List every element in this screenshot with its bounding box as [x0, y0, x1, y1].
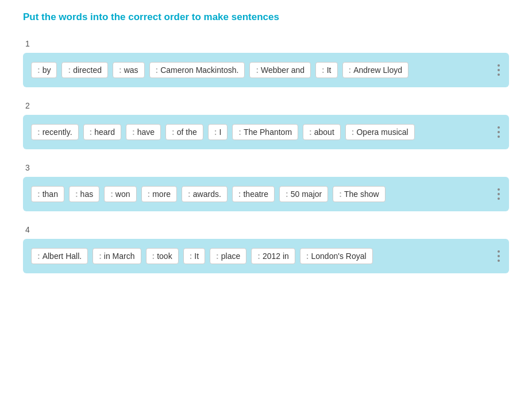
- word-chip-q2-7[interactable]: Opera musical: [345, 124, 415, 140]
- word-chip-q3-1[interactable]: has: [69, 186, 99, 202]
- word-area-3: thanhaswonmoreawards.theatre50 majorThe …: [23, 177, 509, 211]
- question-block-2: 2recently.heardhaveof theIThe Phantomabo…: [23, 101, 509, 149]
- word-chip-q2-1[interactable]: heard: [83, 124, 121, 140]
- word-chip-q1-2[interactable]: was: [113, 62, 145, 78]
- drag-handle-4[interactable]: [498, 250, 500, 262]
- word-area-1: bydirectedwasCameron Mackintosh.Webber a…: [23, 53, 509, 87]
- word-chip-q3-5[interactable]: theatre: [232, 186, 275, 202]
- word-chip-q3-0[interactable]: than: [31, 186, 64, 202]
- page-title: Put the words into the correct order to …: [23, 11, 509, 23]
- word-chip-q3-4[interactable]: awards.: [182, 186, 228, 202]
- word-chip-q1-5[interactable]: It: [315, 62, 337, 78]
- word-chip-q1-3[interactable]: Cameron Mackintosh.: [149, 62, 245, 78]
- word-chip-q2-5[interactable]: The Phantom: [232, 124, 298, 140]
- drag-handle-2[interactable]: [498, 126, 500, 138]
- word-chip-q1-1[interactable]: directed: [61, 62, 107, 78]
- word-chip-q4-3[interactable]: It: [183, 248, 205, 264]
- question-block-3: 3thanhaswonmoreawards.theatre50 majorThe…: [23, 163, 509, 211]
- word-chip-q4-5[interactable]: 2012 in: [251, 248, 295, 264]
- word-chip-q2-4[interactable]: I: [208, 124, 228, 140]
- question-number-4: 4: [23, 225, 509, 234]
- word-area-4: Albert Hall.in MarchtookItplace2012 inLo…: [23, 239, 509, 273]
- word-chip-q3-6[interactable]: 50 major: [279, 186, 328, 202]
- word-chip-q4-2[interactable]: took: [146, 248, 179, 264]
- questions-container: 1bydirectedwasCameron Mackintosh.Webber …: [23, 39, 509, 273]
- word-chip-q2-0[interactable]: recently.: [31, 124, 79, 140]
- word-chip-q4-1[interactable]: in March: [92, 248, 141, 264]
- word-chip-q2-6[interactable]: about: [303, 124, 341, 140]
- word-area-2: recently.heardhaveof theIThe Phantomabou…: [23, 115, 509, 149]
- question-number-3: 3: [23, 163, 509, 172]
- word-chip-q1-4[interactable]: Webber and: [249, 62, 311, 78]
- word-chip-q4-0[interactable]: Albert Hall.: [31, 248, 88, 264]
- question-block-1: 1bydirectedwasCameron Mackintosh.Webber …: [23, 39, 509, 87]
- drag-handle-3[interactable]: [498, 188, 500, 200]
- word-chip-q3-3[interactable]: more: [141, 186, 178, 202]
- word-chip-q2-3[interactable]: of the: [165, 124, 203, 140]
- question-block-4: 4Albert Hall.in MarchtookItplace2012 inL…: [23, 225, 509, 273]
- question-number-2: 2: [23, 101, 509, 110]
- word-chip-q3-2[interactable]: won: [104, 186, 136, 202]
- word-chip-q4-4[interactable]: place: [210, 248, 246, 264]
- drag-handle-1[interactable]: [498, 64, 500, 76]
- word-chip-q3-7[interactable]: The show: [333, 186, 385, 202]
- question-number-1: 1: [23, 39, 509, 48]
- word-chip-q2-2[interactable]: have: [126, 124, 161, 140]
- word-chip-q1-0[interactable]: by: [31, 62, 57, 78]
- word-chip-q4-6[interactable]: London's Royal: [300, 248, 373, 264]
- word-chip-q1-6[interactable]: Andrew Lloyd: [342, 62, 409, 78]
